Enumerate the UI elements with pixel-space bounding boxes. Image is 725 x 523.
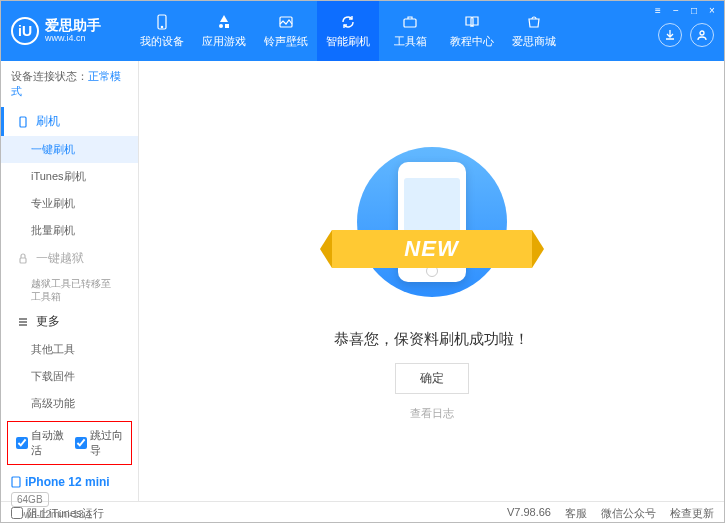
sidebar-item-oneclick[interactable]: 一键刷机 [1, 136, 138, 163]
section-more[interactable]: 更多 [1, 307, 138, 336]
jailbreak-note: 越狱工具已转移至 工具箱 [1, 273, 138, 307]
apps-icon [215, 13, 233, 31]
nav-toolbox[interactable]: 工具箱 [379, 1, 441, 61]
main-nav: 我的设备 应用游戏 铃声壁纸 智能刷机 工具箱 教程中心 爱思商城 [131, 1, 658, 61]
svg-point-1 [161, 26, 162, 27]
svg-rect-5 [404, 19, 416, 27]
view-log-link[interactable]: 查看日志 [410, 406, 454, 421]
logo-icon: iU [11, 17, 39, 45]
version-label: V7.98.66 [507, 506, 551, 521]
app-title: 爱思助手 [45, 18, 101, 33]
connection-status: 设备连接状态：正常模式 [1, 61, 138, 107]
maximize-icon[interactable]: □ [686, 3, 702, 17]
svg-point-6 [700, 31, 704, 35]
nav-store[interactable]: 爱思商城 [503, 1, 565, 61]
lock-icon [16, 252, 30, 266]
checkbox-auto-activate[interactable]: 自动激活 [16, 428, 65, 458]
download-button[interactable] [658, 23, 682, 47]
svg-rect-8 [20, 258, 26, 263]
window-controls: ≡ − □ × [650, 3, 720, 17]
store-icon [525, 13, 543, 31]
app-url: www.i4.cn [45, 34, 101, 44]
toolbox-icon [401, 13, 419, 31]
svg-point-2 [219, 24, 223, 28]
ok-button[interactable]: 确定 [395, 363, 469, 394]
sidebar-item-pro[interactable]: 专业刷机 [1, 190, 138, 217]
svg-rect-9 [12, 477, 20, 487]
sidebar-item-batch[interactable]: 批量刷机 [1, 217, 138, 244]
nav-my-device[interactable]: 我的设备 [131, 1, 193, 61]
minimize-icon[interactable]: − [668, 3, 684, 17]
wechat-link[interactable]: 微信公众号 [601, 506, 656, 521]
section-flash[interactable]: 刷机 [1, 107, 138, 136]
menu-icon[interactable]: ≡ [650, 3, 666, 17]
phone-icon [16, 115, 30, 129]
nav-tutorials[interactable]: 教程中心 [441, 1, 503, 61]
new-banner: NEW [332, 230, 532, 268]
header-actions [658, 15, 714, 47]
phone-small-icon [11, 476, 21, 488]
close-icon[interactable]: × [704, 3, 720, 17]
checkbox-skip-guide[interactable]: 跳过向导 [75, 428, 124, 458]
device-icon [153, 13, 171, 31]
sidebar-item-advanced[interactable]: 高级功能 [1, 390, 138, 417]
user-button[interactable] [690, 23, 714, 47]
wallpaper-icon [277, 13, 295, 31]
list-icon [16, 315, 30, 329]
success-illustration: NEW [332, 142, 532, 312]
sidebar: 设备连接状态：正常模式 刷机 一键刷机 iTunes刷机 专业刷机 批量刷机 一… [1, 61, 139, 501]
svg-rect-3 [225, 24, 229, 28]
nav-flash[interactable]: 智能刷机 [317, 1, 379, 61]
checkbox-block-itunes[interactable] [11, 507, 23, 519]
refresh-icon [339, 13, 357, 31]
success-message: 恭喜您，保资料刷机成功啦！ [334, 330, 529, 349]
options-row: 自动激活 跳过向导 [7, 421, 132, 465]
update-link[interactable]: 检查更新 [670, 506, 714, 521]
sidebar-item-itunes[interactable]: iTunes刷机 [1, 163, 138, 190]
main-content: NEW 恭喜您，保资料刷机成功啦！ 确定 查看日志 [139, 61, 724, 501]
sidebar-item-firmware[interactable]: 下载固件 [1, 363, 138, 390]
service-link[interactable]: 客服 [565, 506, 587, 521]
sidebar-item-other[interactable]: 其他工具 [1, 336, 138, 363]
logo: iU 爱思助手 www.i4.cn [11, 17, 131, 45]
section-jailbreak: 一键越狱 [1, 244, 138, 273]
nav-ringtones[interactable]: 铃声壁纸 [255, 1, 317, 61]
book-icon [463, 13, 481, 31]
app-header: ≡ − □ × iU 爱思助手 www.i4.cn 我的设备 应用游戏 铃声壁纸… [1, 1, 724, 61]
svg-rect-7 [20, 117, 26, 127]
nav-apps[interactable]: 应用游戏 [193, 1, 255, 61]
